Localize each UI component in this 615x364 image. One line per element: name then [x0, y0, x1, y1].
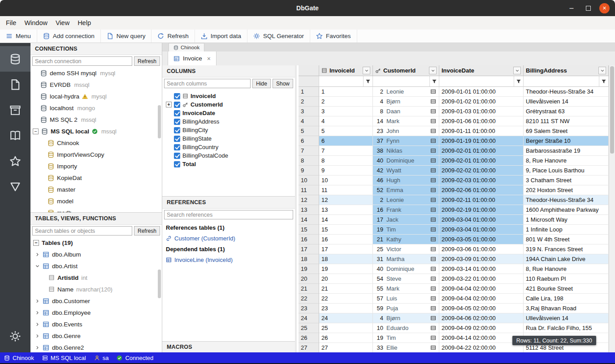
column-menu-button[interactable] — [598, 67, 606, 74]
menu-help[interactable]: Help — [74, 16, 95, 30]
checkbox-checked[interactable] — [174, 144, 180, 150]
connection-item-importviewscopy[interactable]: ImportViewsCopy — [30, 149, 162, 160]
tables-refresh-button[interactable]: Refresh — [134, 226, 160, 236]
tree-table-dbo-events[interactable]: dbo.Events — [30, 318, 162, 330]
cell-invoicedate[interactable]: 2009-04-09 02:00:00 — [439, 323, 524, 333]
reference-link-customer-customerid[interactable]: Customer (CustomerId) — [166, 234, 291, 243]
foreign-key-lookup-button[interactable] — [430, 227, 437, 232]
foreign-key-lookup-button[interactable] — [430, 138, 437, 144]
cell-invoicedate[interactable]: 2009-03-06 01:00:00 — [439, 244, 524, 254]
foreign-key-lookup-button[interactable] — [430, 266, 437, 272]
cell-invoicedate[interactable]: 2009-01-06 01:00:00 — [439, 116, 524, 126]
cell-invoicedate[interactable]: 2009-04-14 02:00:00 — [439, 333, 524, 343]
tables-group-expander[interactable]: − — [33, 240, 39, 246]
column-menu-button[interactable] — [513, 67, 521, 74]
rail-filters[interactable] — [0, 174, 30, 199]
cell-invoiceid[interactable]: 22 — [319, 294, 373, 304]
grid-scrollbar-thumb[interactable] — [610, 66, 614, 154]
connections-search-input[interactable] — [32, 56, 132, 66]
cell-invoiceid[interactable]: 25 — [319, 323, 373, 333]
cell-invoiceid[interactable]: 13 — [319, 205, 373, 215]
column-toggle-billingcountry[interactable]: BillingCountry — [162, 143, 295, 151]
cell-invoiceid[interactable]: 27 — [319, 343, 373, 352]
cell-customerid[interactable]: 40Dominique — [373, 156, 439, 166]
filter-input-billingaddress[interactable] — [524, 76, 599, 86]
cell-invoiceid[interactable]: 3 — [319, 107, 373, 116]
cell-customerid[interactable]: 14Mark — [373, 116, 439, 126]
cell-customerid[interactable]: 40Dominique — [373, 264, 439, 274]
row-number[interactable]: 25 — [299, 323, 319, 333]
cell-invoicedate[interactable]: 2009-01-02 01:00:00 — [439, 97, 524, 107]
cell-billingaddress[interactable]: 1 Infinite Loop — [524, 225, 609, 235]
toolbar-add-connection-button[interactable]: Add connection — [37, 30, 101, 43]
row-number[interactable]: 22 — [299, 294, 319, 304]
rail-settings[interactable] — [0, 323, 30, 349]
row-number[interactable]: 2 — [299, 97, 319, 107]
checkbox-checked[interactable] — [174, 119, 180, 125]
column-toggle-total[interactable]: Total — [162, 160, 295, 168]
column-toggle-billingstate[interactable]: BillingState — [162, 134, 295, 143]
cell-customerid[interactable]: 19Tim — [373, 333, 439, 343]
foreign-key-lookup-button[interactable] — [430, 98, 437, 104]
references-search-input[interactable] — [164, 210, 293, 219]
cell-invoicedate[interactable]: 2009-02-02 01:00:00 — [439, 166, 524, 176]
cell-billingaddress[interactable]: Grétrystraat 63 — [524, 107, 609, 116]
row-number[interactable]: 9 — [299, 166, 319, 176]
cell-billingaddress[interactable]: 202 Hoxton Street — [524, 185, 609, 195]
foreign-key-lookup-button[interactable] — [430, 335, 437, 341]
cell-billingaddress[interactable]: Theodor-Heuss-Straße 34 — [524, 87, 609, 97]
rail-files[interactable] — [0, 72, 30, 97]
cell-billingaddress[interactable]: 801 W 4th Street — [524, 235, 609, 244]
row-number[interactable]: 14 — [299, 215, 319, 225]
tree-table-dbo-employee[interactable]: dbo.Employee — [30, 307, 162, 318]
column-expander[interactable]: + — [166, 102, 172, 107]
checkbox-checked[interactable] — [174, 136, 180, 142]
filter-input-invoiceid[interactable] — [319, 76, 363, 86]
filter-button[interactable] — [363, 76, 372, 86]
menu-view[interactable]: View — [52, 16, 74, 30]
cell-billingaddress[interactable]: Ullevålsveien 14 — [524, 313, 609, 323]
foreign-key-lookup-button[interactable] — [430, 305, 437, 311]
column-header-billingaddress[interactable]: BillingAddress — [524, 65, 609, 76]
tree-column-artistid[interactable]: ArtistIdint — [30, 272, 162, 283]
cell-invoiceid[interactable]: 11 — [319, 185, 373, 195]
foreign-key-lookup-button[interactable] — [430, 256, 437, 262]
cell-billingaddress[interactable]: 69 Salem Street — [524, 126, 609, 136]
toolbar-favorites-button[interactable]: Favorites — [310, 30, 357, 43]
foreign-key-lookup-button[interactable] — [430, 286, 437, 291]
foreign-key-lookup-button[interactable] — [430, 207, 437, 213]
cell-invoiceid[interactable]: 19 — [319, 264, 373, 274]
statusbar-connection-status[interactable]: Connected — [113, 352, 157, 363]
cell-invoicedate[interactable]: 2009-04-05 02:00:00 — [439, 304, 524, 313]
checkbox-checked[interactable] — [174, 127, 180, 133]
cell-invoicedate[interactable]: 2009-01-01 01:00:00 — [439, 87, 524, 97]
cell-billingaddress[interactable]: 8, Rue Hanovre — [524, 156, 609, 166]
column-toggle-billingpostalcode[interactable]: BillingPostalCode — [162, 151, 295, 160]
maximize-button[interactable] — [583, 3, 593, 13]
cell-invoicedate[interactable]: 2009-04-04 02:00:00 — [439, 284, 524, 294]
cell-invoiceid[interactable]: 14 — [319, 215, 373, 225]
cell-invoicedate[interactable]: 2009-03-22 01:00:00 — [439, 274, 524, 284]
column-header-invoiceid[interactable]: InvoiceId — [319, 65, 373, 76]
cell-customerid[interactable]: 38Niklas — [373, 146, 439, 156]
cell-invoiceid[interactable]: 21 — [319, 284, 373, 294]
statusbar-server[interactable]: MS SQL local — [38, 352, 90, 363]
connection-item-ms-sql-2[interactable]: MS SQL 2mssql — [30, 114, 162, 125]
foreign-key-lookup-button[interactable] — [430, 345, 437, 351]
row-number[interactable]: 1 — [299, 87, 319, 97]
tree-group-tables-19[interactable]: −Tables (19) — [30, 237, 162, 248]
toolbar-menu-button[interactable]: Menu — [0, 30, 37, 43]
column-menu-button[interactable] — [429, 67, 437, 74]
row-number[interactable]: 27 — [299, 343, 319, 352]
filter-button[interactable] — [514, 76, 523, 86]
cell-invoiceid[interactable]: 20 — [319, 274, 373, 284]
filter-button[interactable] — [429, 76, 439, 86]
foreign-key-lookup-button[interactable] — [430, 236, 437, 242]
cell-billingaddress[interactable]: 3 Chatham Street — [524, 176, 609, 185]
column-toggle-billingaddress[interactable]: BillingAddress — [162, 117, 295, 126]
foreign-key-lookup-button[interactable] — [430, 217, 437, 223]
cell-invoiceid[interactable]: 17 — [319, 244, 373, 254]
row-number[interactable]: 21 — [299, 284, 319, 294]
row-number[interactable]: 17 — [299, 244, 319, 254]
cell-invoicedate[interactable]: 2009-03-04 01:00:00 — [439, 215, 524, 225]
